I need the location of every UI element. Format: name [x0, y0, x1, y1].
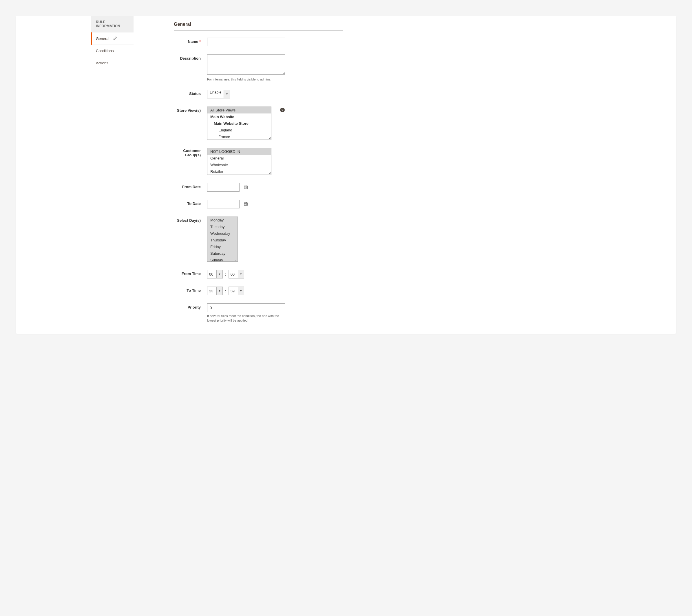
customer-groups-option[interactable]: NOT LOGGED IN: [207, 148, 271, 155]
customer-groups-option[interactable]: Wholesale: [207, 161, 271, 168]
day-option[interactable]: Wednesday: [207, 230, 237, 237]
from-time-hour-select[interactable]: 00 ▼: [207, 270, 223, 279]
svg-rect-12: [246, 204, 246, 205]
from-date-input[interactable]: [207, 183, 239, 192]
sidebar-item-conditions[interactable]: Conditions: [91, 45, 133, 57]
customer-groups-option[interactable]: General: [207, 155, 271, 161]
name-input[interactable]: [207, 38, 285, 46]
calendar-icon[interactable]: [244, 185, 248, 191]
day-option[interactable]: Saturday: [207, 250, 237, 257]
sidebar-item-label: General: [96, 37, 109, 41]
field-row-status: Status Enable ▼: [174, 90, 343, 98]
store-views-option[interactable]: Main Website: [207, 113, 271, 120]
priority-input[interactable]: [207, 303, 285, 312]
field-row-priority: Priority If several rules meet the condi…: [174, 303, 343, 323]
sidebar-item-label: Actions: [96, 61, 108, 65]
from-time-minute-value: 00: [229, 270, 238, 279]
field-row-store-views: Store View(s) All Store Views Main Websi…: [174, 107, 343, 140]
svg-rect-13: [247, 204, 247, 205]
status-value: Enable: [207, 90, 224, 98]
main-panel: General Name* Description For internal u…: [164, 16, 343, 331]
chevron-down-icon[interactable]: ▼: [224, 90, 230, 98]
store-views-option[interactable]: All Store Views: [207, 107, 271, 113]
from-time-label: From Time: [174, 270, 207, 276]
description-note: For internal use, this field is visible …: [207, 77, 285, 82]
store-views-select[interactable]: All Store Views Main Website Main Websit…: [207, 107, 271, 140]
field-row-customer-groups: Customer Group(s) NOT LOGGED IN General …: [174, 148, 343, 175]
svg-rect-4: [245, 187, 245, 188]
to-time-hour-select[interactable]: 23 ▼: [207, 287, 223, 295]
to-time-minute-select[interactable]: 59 ▼: [229, 287, 244, 295]
day-option[interactable]: Thursday: [207, 237, 237, 243]
description-input[interactable]: [207, 54, 285, 75]
chevron-down-icon[interactable]: ▼: [238, 270, 244, 279]
time-separator: :: [224, 289, 227, 293]
sidebar-wrap: RULE INFORMATION General Conditions Acti…: [87, 16, 164, 331]
field-row-select-days: Select Day(s) Monday Tuesday Wednesday T…: [174, 217, 343, 262]
from-date-label: From Date: [174, 183, 207, 189]
status-label: Status: [174, 90, 207, 96]
help-icon[interactable]: ?: [280, 108, 285, 112]
svg-rect-11: [245, 204, 245, 205]
svg-rect-6: [247, 187, 247, 188]
time-separator: :: [224, 272, 227, 277]
svg-rect-5: [246, 187, 246, 188]
customer-groups-option[interactable]: Retailer: [207, 168, 271, 175]
to-time-label: To Time: [174, 287, 207, 293]
store-views-option[interactable]: France: [207, 133, 271, 140]
store-views-option[interactable]: Main Website Store: [207, 120, 271, 127]
priority-note: If several rules meet the condition, the…: [207, 314, 285, 323]
to-date-label: To Date: [174, 200, 207, 206]
field-row-from-date: From Date: [174, 183, 343, 192]
day-option[interactable]: Monday: [207, 217, 237, 223]
sidebar-item-general[interactable]: General: [91, 32, 133, 45]
sidebar-header: RULE INFORMATION: [91, 16, 133, 32]
day-option[interactable]: Friday: [207, 243, 237, 250]
sidebar-item-label: Conditions: [96, 49, 113, 53]
store-views-label: Store View(s): [174, 107, 207, 113]
field-row-to-date: To Date: [174, 200, 343, 208]
to-date-input[interactable]: [207, 200, 239, 208]
status-select[interactable]: Enable ▼: [207, 90, 230, 98]
name-label: Name*: [174, 38, 207, 44]
chevron-down-icon[interactable]: ▼: [216, 287, 223, 295]
day-option[interactable]: Tuesday: [207, 223, 237, 230]
priority-label: Priority: [174, 303, 207, 309]
sidebar-item-actions[interactable]: Actions: [91, 57, 133, 69]
description-label: Description: [174, 54, 207, 61]
store-views-option[interactable]: England: [207, 127, 271, 133]
from-time-hour-value: 00: [207, 270, 216, 279]
to-time-minute-value: 59: [229, 287, 238, 295]
customer-groups-label: Customer Group(s): [174, 148, 207, 157]
to-time-hour-value: 23: [207, 287, 216, 295]
pencil-icon: [113, 36, 117, 41]
section-title: General: [174, 22, 343, 31]
day-option[interactable]: Sunday: [207, 257, 237, 262]
chevron-down-icon[interactable]: ▼: [216, 270, 223, 279]
required-asterisk: *: [199, 39, 201, 44]
field-row-description: Description For internal use, this field…: [174, 54, 343, 82]
select-days-select[interactable]: Monday Tuesday Wednesday Thursday Friday…: [207, 217, 238, 262]
from-time-minute-select[interactable]: 00 ▼: [229, 270, 244, 279]
field-row-from-time: From Time 00 ▼ : 00 ▼: [174, 270, 343, 279]
calendar-icon[interactable]: [244, 202, 248, 207]
chevron-down-icon[interactable]: ▼: [238, 287, 244, 295]
rule-form-card: RULE INFORMATION General Conditions Acti…: [16, 16, 676, 334]
left-spacer: [16, 16, 87, 331]
select-days-label: Select Day(s): [174, 217, 207, 223]
field-row-to-time: To Time 23 ▼ : 59 ▼: [174, 287, 343, 295]
field-row-name: Name*: [174, 38, 343, 46]
customer-groups-select[interactable]: NOT LOGGED IN General Wholesale Retailer: [207, 148, 271, 175]
